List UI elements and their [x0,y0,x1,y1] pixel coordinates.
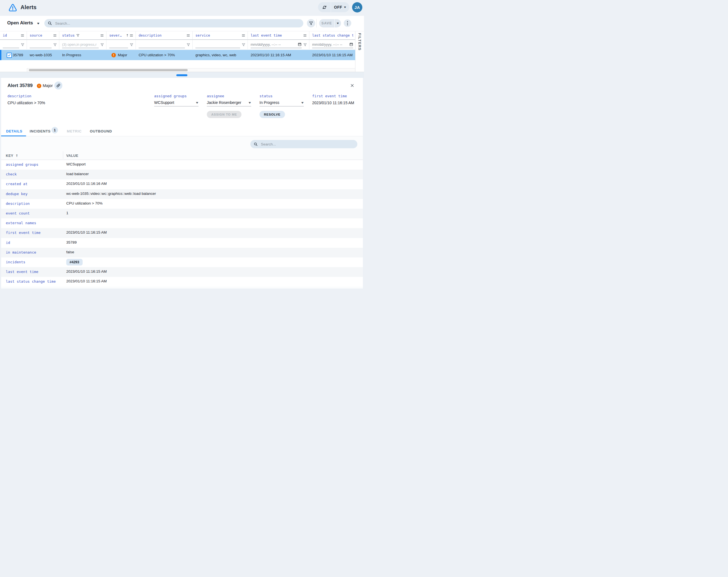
column-menu-icon[interactable] [100,33,104,37]
kv-table-row: first event time 2023/01/10 11:16:15 AM [1,228,363,238]
view-selector[interactable]: Open Alerts▼ [7,20,40,26]
incidents-count-badge: 1 [52,127,58,133]
kv-key: external names [6,221,36,225]
column-header-last-event-time[interactable]: last event time [248,31,309,40]
auto-refresh-toggle[interactable]: OFF ▼ [331,2,349,12]
detail-search-input[interactable] [260,142,354,147]
description-label: description [7,94,31,98]
auto-refresh-control: OFF ▼ [318,2,349,12]
chevron-down-icon: ▼ [195,101,199,104]
alert-detail-panel: Alert 35789 Major description CPU utiliz… [1,78,363,288]
refresh-button[interactable] [318,2,331,12]
calendar-icon[interactable] [349,43,353,46]
avatar[interactable]: JA [352,2,362,12]
source-filter-input[interactable] [30,42,52,47]
date-filter-input[interactable]: mm/dd/yyyy, --:-- -- [251,43,296,47]
assign-to-me-button[interactable]: ASSIGN TO ME [207,111,241,118]
filter-cell-service [193,40,248,49]
chevron-down-icon: ▼ [343,6,346,8]
kv-table-row: id 35789 [1,238,363,248]
kv-table-row: incidents #4293 [1,258,363,267]
copy-link-button[interactable] [54,81,62,89]
horizontal-scrollbar[interactable] [27,68,356,72]
column-header-id[interactable]: id [0,31,27,40]
scrollbar-thumb[interactable] [29,69,188,71]
detail-tabs: DETAILS INCIDENTS 1 METRIC OUTBOUND [1,122,363,136]
kv-table-row: external names [1,218,363,228]
calendar-icon[interactable] [298,43,302,46]
tab-details[interactable]: DETAILS [6,129,23,133]
kv-table-row: dedupe key wc-web-1035::video::wc::graph… [1,189,363,199]
splitter-drag-handle[interactable] [176,74,187,76]
incident-chip[interactable]: #4293 [66,259,83,265]
link-icon [56,83,61,88]
resolve-button[interactable]: RESOLVE [259,111,285,118]
kv-key: last status change time [6,279,56,284]
column-header-description[interactable]: description [136,31,193,40]
cell-status: In Progress [59,50,106,60]
tab-incidents[interactable]: INCIDENTS [30,129,50,133]
value-column-header[interactable]: VALUE [66,154,78,158]
funnel-icon[interactable] [187,43,190,47]
column-menu-icon[interactable] [186,33,190,37]
funnel-icon[interactable] [130,43,133,47]
severity-filter-input[interactable] [109,42,128,47]
status-select[interactable]: In Progress ▼ [259,99,304,106]
filter-cell-last-status-change-time: mm/dd/yyyy, --:-- -- [309,40,356,49]
tab-metric[interactable]: METRIC [67,129,81,133]
kv-value: 35789 [66,240,77,244]
id-filter-input[interactable] [3,42,19,47]
toolbar: Open Alerts▼ SAVE ▼ [0,16,364,31]
description-filter-input[interactable] [139,42,185,47]
kv-value: 1 [66,211,69,215]
column-menu-icon[interactable] [53,33,57,37]
service-filter-input[interactable] [196,42,240,47]
alerts-search [44,19,303,27]
assigned-groups-select[interactable]: WCSupport ▼ [154,99,199,106]
funnel-icon[interactable] [100,43,104,47]
kv-table-row: description CPU utilization > 70% [1,199,363,209]
column-header-last-status-change-time[interactable]: last status change ti [309,31,356,40]
tab-outbound[interactable]: OUTBOUND [90,129,112,133]
filter-cell-description [136,40,193,49]
page-title: Alerts [21,4,36,10]
filters-side-tab[interactable]: FILTERS [355,31,364,72]
close-detail-button[interactable] [349,83,356,89]
key-column-header[interactable]: KEY ↑ [6,154,19,158]
search-icon [48,21,52,26]
funnel-icon[interactable] [303,43,307,47]
funnel-icon[interactable] [21,43,24,47]
more-options-button[interactable] [344,19,351,27]
column-menu-icon[interactable] [303,33,307,37]
kv-value: false [66,250,74,254]
column-menu-icon[interactable] [129,33,133,37]
refresh-icon [322,5,327,10]
save-button[interactable]: SAVE [319,19,334,27]
funnel-icon[interactable] [53,43,57,47]
column-menu-icon[interactable] [21,33,24,37]
funnel-icon[interactable] [242,43,245,47]
kv-key: description [6,202,30,206]
column-header-severity[interactable]: sever… ↑ [106,31,136,40]
status-label: status [259,94,272,98]
severity-major-icon [37,84,41,88]
grid-filter-row: (3) open,in progress,r mm/dd/yyyy, --:--… [0,40,356,50]
view-selector-label: Open Alerts [7,20,33,25]
column-header-source[interactable]: source [27,31,59,40]
detail-severity-label: Major [43,83,53,88]
column-header-service[interactable]: service [193,31,248,40]
cell-source: wc-web-1035 [27,50,59,60]
status-filter-value[interactable]: (3) open,in progress,r [62,43,97,47]
alert-row-35789[interactable]: 35789 wc-web-1035 In Progress Major CPU … [0,50,356,60]
column-menu-icon[interactable] [241,33,245,37]
filter-button[interactable] [307,19,315,27]
save-dropdown-button[interactable]: ▼ [334,19,341,27]
kv-table-row: event count 1 [1,209,363,218]
description-value: CPU utilization > 70% [7,101,45,105]
alerts-grid: id source status sever… ↑ description [0,31,364,72]
column-header-status[interactable]: status [59,31,106,40]
search-input[interactable] [55,21,300,26]
date-filter-input[interactable]: mm/dd/yyyy, --:-- -- [312,43,348,47]
cell-description: CPU utilization > 70% [136,50,193,60]
assignee-select[interactable]: Jackie Rosenberger ▼ [207,99,251,106]
